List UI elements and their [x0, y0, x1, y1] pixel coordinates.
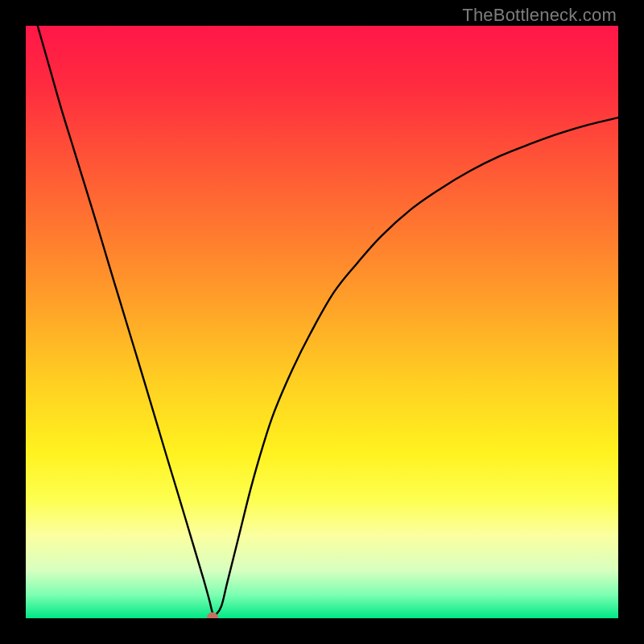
attribution-label: TheBottleneck.com — [462, 5, 617, 26]
bottleneck-curve — [26, 26, 618, 618]
chart-frame: TheBottleneck.com — [0, 0, 644, 644]
optimal-point-marker — [207, 612, 218, 618]
plot-area — [26, 26, 618, 618]
